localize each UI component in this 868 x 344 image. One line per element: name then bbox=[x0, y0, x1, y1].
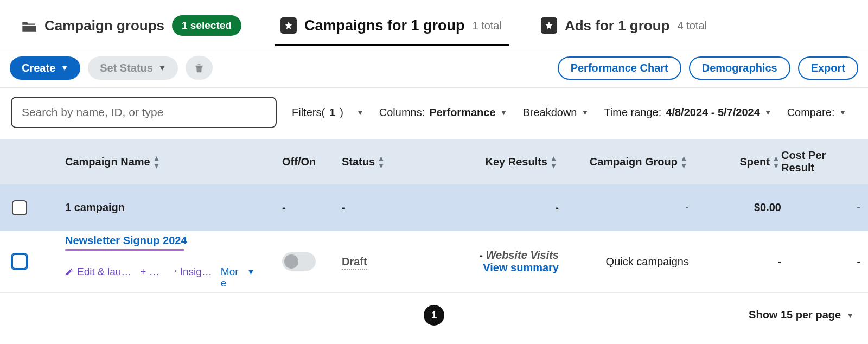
col-key-results[interactable]: Key Results ▴▾ bbox=[450, 154, 559, 169]
performance-chart-button[interactable]: Performance Chart bbox=[558, 56, 681, 80]
campaign-group-value: Quick campaigns bbox=[559, 252, 689, 271]
tab-campaigns[interactable]: Campaigns for 1 group 1 total bbox=[275, 12, 509, 46]
status-value[interactable]: Draft bbox=[342, 256, 367, 270]
col-cost-per-result: Cost Per Result bbox=[781, 149, 868, 174]
summary-row: 1 campaign - - - - $0.00 - bbox=[0, 184, 868, 231]
summary-spent: $0.00 bbox=[689, 198, 781, 217]
chevron-down-icon: ▼ bbox=[247, 267, 255, 276]
chevron-down-icon: ▼ bbox=[581, 108, 589, 117]
select-all-checkbox[interactable] bbox=[12, 200, 27, 215]
filters-label: Filters( bbox=[292, 106, 325, 119]
pencil-icon bbox=[65, 267, 74, 276]
sort-icon: ▴▾ bbox=[379, 154, 383, 169]
col-campaign-name[interactable]: Campaign Name ▴▾ bbox=[65, 154, 282, 169]
export-button[interactable]: Export bbox=[798, 56, 858, 80]
create-label: Create bbox=[22, 62, 55, 74]
chevron-down-icon: ▼ bbox=[846, 311, 854, 320]
columns-dropdown[interactable]: Columns: Performance ▼ bbox=[379, 106, 508, 119]
chevron-down-icon: ▼ bbox=[839, 108, 846, 117]
col-campaign-group[interactable]: Campaign Group ▴▾ bbox=[559, 154, 689, 169]
folder-icon bbox=[21, 17, 37, 34]
view-summary-link[interactable]: View summary bbox=[450, 262, 559, 274]
accent-underline bbox=[65, 249, 184, 251]
tab-label: Campaigns for 1 group bbox=[304, 17, 465, 34]
chevron-down-icon: ▼ bbox=[158, 63, 166, 72]
time-range-dropdown[interactable]: Time range: 4/8/2024 - 5/7/2024 ▼ bbox=[604, 106, 771, 119]
create-button[interactable]: Create ▼ bbox=[10, 56, 80, 80]
breakdown-dropdown[interactable]: Breakdown ▼ bbox=[522, 106, 589, 119]
col-spent[interactable]: Spent ▴▾ bbox=[689, 154, 781, 169]
chevron-down-icon: ▼ bbox=[61, 63, 68, 72]
col-off-on: Off/On bbox=[282, 156, 342, 168]
table-header: Campaign Name ▴▾ Off/On Status ▴▾ Key Re… bbox=[0, 139, 868, 184]
add-action[interactable]: + … bbox=[140, 266, 159, 278]
filters-dropdown[interactable]: Filters(1) ▼ bbox=[292, 106, 364, 119]
per-page-dropdown[interactable]: Show 15 per page ▼ bbox=[749, 309, 854, 321]
chevron-down-icon: ▼ bbox=[500, 108, 508, 117]
table-row: Newsletter Signup 2024 Edit & lau… + … I… bbox=[0, 231, 868, 293]
chevron-down-icon: ▼ bbox=[356, 108, 364, 117]
delete-button[interactable] bbox=[186, 56, 213, 80]
trash-icon bbox=[194, 62, 205, 74]
filters-close: ) bbox=[340, 106, 343, 119]
breakdown-label: Breakdown bbox=[522, 106, 577, 119]
columns-value: Performance bbox=[429, 106, 495, 119]
columns-label: Columns: bbox=[379, 106, 425, 119]
tab-label: Ads for 1 group bbox=[565, 17, 670, 34]
compare-dropdown[interactable]: Compare: ▼ bbox=[787, 106, 847, 119]
tab-campaign-groups[interactable]: Campaign groups 1 selected bbox=[15, 10, 249, 48]
tab-ads[interactable]: Ads for 1 group 4 total bbox=[535, 12, 714, 46]
campaign-name-link[interactable]: Newsletter Signup 2024 bbox=[65, 234, 187, 246]
more-dropdown[interactable]: Mor e bbox=[221, 255, 239, 289]
compare-label: Compare: bbox=[787, 106, 835, 119]
time-range-value: 4/8/2024 - 5/7/2024 bbox=[666, 106, 760, 119]
star-icon bbox=[541, 17, 557, 34]
trend-up-icon bbox=[168, 267, 177, 276]
time-range-label: Time range: bbox=[604, 106, 661, 119]
filters-count: 1 bbox=[329, 106, 335, 119]
sort-icon: ▴▾ bbox=[155, 154, 158, 169]
sort-icon: ▴▾ bbox=[774, 154, 778, 169]
sort-icon: ▴▾ bbox=[552, 154, 556, 169]
tab-label: Campaign groups bbox=[44, 17, 164, 34]
sort-icon: ▴▾ bbox=[682, 154, 686, 169]
tab-count: 4 total bbox=[678, 20, 707, 32]
set-status-label: Set Status bbox=[100, 62, 153, 74]
current-page[interactable]: 1 bbox=[424, 305, 444, 326]
selected-badge: 1 selected bbox=[172, 15, 241, 36]
insights-action[interactable]: Insig… bbox=[168, 266, 212, 278]
status-toggle[interactable] bbox=[282, 252, 316, 271]
chevron-down-icon: ▼ bbox=[764, 108, 772, 117]
row-checkbox[interactable] bbox=[12, 254, 27, 269]
col-status[interactable]: Status ▴▾ bbox=[342, 154, 450, 169]
edit-launch-action[interactable]: Edit & lau… bbox=[65, 266, 131, 278]
key-result-metric: Website Visits bbox=[486, 249, 559, 261]
summary-name: 1 campaign bbox=[65, 198, 282, 217]
set-status-button[interactable]: Set Status ▼ bbox=[88, 56, 178, 80]
search-input[interactable] bbox=[11, 97, 277, 128]
tab-count: 1 total bbox=[472, 20, 501, 32]
demographics-button[interactable]: Demographics bbox=[689, 56, 790, 80]
star-icon bbox=[280, 17, 297, 34]
